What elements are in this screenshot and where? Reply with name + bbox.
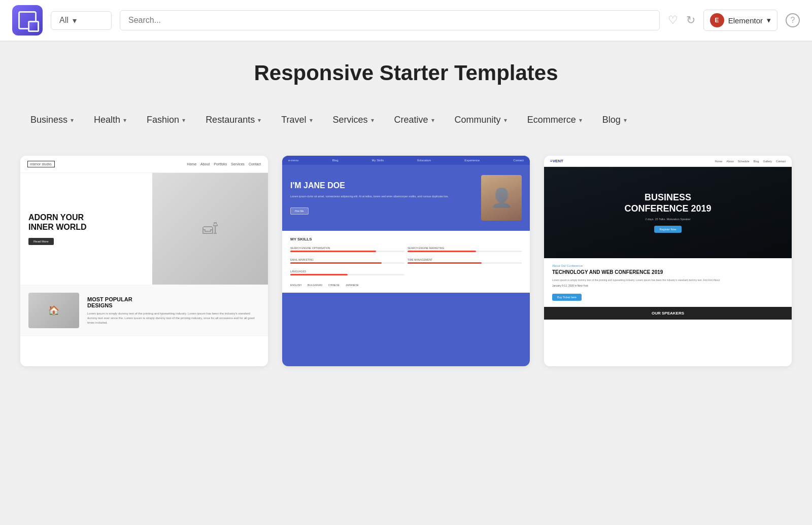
cv-hire-button: Hire Me	[290, 207, 309, 215]
event-conference-title: BUSINESS CONFERENCE 2019	[624, 192, 711, 214]
event-subtitle: 2 days. 15 Talks. Motivation Speaker	[645, 218, 690, 221]
filter-dropdown[interactable]: All ▾	[51, 11, 112, 30]
category-label: Blog	[602, 115, 621, 125]
template-preview-cv: e-menu Blog My Skills Education Experien…	[282, 156, 530, 366]
cv-skills-title: MY SKILLS	[290, 237, 522, 241]
category-item-travel[interactable]: Travel▾	[271, 110, 322, 131]
header: All ▾ ♡ ↻ E Elementor ▾ ?	[0, 0, 812, 41]
event-nav-bar: ≡VENT Home About Schedule Blog Gallery C…	[544, 156, 792, 167]
chevron-down-icon: ▾	[767, 16, 771, 25]
chevron-down-icon: ▾	[73, 16, 77, 25]
chevron-down-icon: ▾	[504, 117, 507, 124]
category-item-ecommerce[interactable]: Ecommerce▾	[517, 110, 592, 131]
chevron-down-icon: ▾	[371, 117, 374, 124]
header-icons: ♡ ↻ E Elementor ▾ ?	[668, 10, 800, 31]
category-label: Restaurants	[206, 115, 255, 125]
category-label: Business	[30, 115, 67, 125]
chevron-down-icon: ▾	[579, 117, 582, 124]
cv-skill-lang: LANGUAGES	[290, 270, 404, 275]
category-item-blog[interactable]: Blog▾	[592, 110, 637, 131]
cv-hero: I'M JANE DOE Lorem ipsum dolor sit amet,…	[282, 165, 530, 231]
cv-skills-grid: SEARCH ENGINE OPTIMISATION SEARCH ENGINE…	[290, 247, 522, 278]
category-item-community[interactable]: Community▾	[445, 110, 517, 131]
cv-name: I'M JANE DOE	[290, 181, 473, 190]
template-preview-interior: interior studio. Home About Portfolio Se…	[20, 156, 268, 366]
search-input[interactable]	[120, 10, 660, 30]
cv-description: Lorem ipsum dolor sit amet, consectetur …	[290, 194, 473, 199]
logo-icon	[18, 11, 37, 29]
event-about-title: TECHNOLOGY AND WEB CONFERENCE 2019	[552, 269, 784, 275]
category-item-restaurants[interactable]: Restaurants▾	[195, 110, 271, 131]
chevron-down-icon: ▾	[310, 117, 313, 124]
app-logo	[12, 5, 43, 36]
cv-skill-seo: SEARCH ENGINE OPTIMISATION	[290, 247, 404, 252]
cv-hero-text: I'M JANE DOE Lorem ipsum dolor sit amet,…	[290, 181, 473, 215]
template-preview-event: ≡VENT Home About Schedule Blog Gallery C…	[544, 156, 792, 366]
event-about-section: About Our Conference TECHNOLOGY AND WEB …	[544, 258, 792, 307]
templates-grid: interior studio. Home About Portfolio Se…	[20, 156, 792, 366]
event-about-label: About Our Conference	[552, 264, 784, 267]
interior-logo: interior studio.	[27, 161, 55, 167]
cv-skill-time: TIME MANAGEMENT	[408, 258, 522, 264]
category-navigation: Business▾Health▾Fashion▾Restaurants▾Trav…	[20, 110, 792, 131]
interior-popular-desc: Lorem ipsum is simply dummy text of the …	[87, 311, 260, 325]
help-icon[interactable]: ?	[786, 13, 800, 27]
cv-skill-sem: SEARCH ENGINE MARKETING	[408, 247, 522, 252]
event-date: January 5-11, 2020 in New York	[552, 284, 784, 287]
page-title: Responsive Starter Templates	[20, 61, 792, 85]
refresh-icon[interactable]: ↻	[686, 14, 695, 27]
filter-label: All	[59, 16, 69, 25]
elementor-icon: E	[710, 13, 724, 27]
main-content: Responsive Starter Templates Business▾He…	[0, 41, 812, 397]
category-item-health[interactable]: Health▾	[84, 110, 137, 131]
cv-skills-section: MY SKILLS SEARCH ENGINE OPTIMISATION SEA…	[282, 231, 530, 293]
interior-bottom-section: 🏠 MOST POPULAR DESIGNS Lorem ipsum is si…	[20, 285, 268, 336]
chevron-down-icon: ▾	[182, 117, 185, 124]
chevron-down-icon: ▾	[123, 117, 126, 124]
interior-cta-button: Read More	[28, 238, 54, 245]
interior-bottom-text: MOST POPULAR DESIGNS Lorem ipsum is simp…	[87, 296, 260, 325]
interior-nav-bar: interior studio. Home About Portfolio Se…	[20, 156, 268, 173]
category-label: Travel	[281, 115, 306, 125]
interior-hero: ADORN YOUR INNER WORLD Read More 🛋	[20, 173, 268, 285]
category-item-creative[interactable]: Creative▾	[384, 110, 445, 131]
event-about-text: Lorem ipsum is simply dummy text of the …	[552, 278, 784, 282]
interior-headline: ADORN YOUR INNER WORLD	[28, 213, 144, 232]
interior-hero-left: ADORN YOUR INNER WORLD Read More	[20, 173, 152, 285]
cv-photo-placeholder: 👤	[490, 187, 513, 208]
chevron-down-icon: ▾	[71, 117, 74, 124]
event-logo: ≡VENT	[550, 159, 563, 163]
interior-image: 🛋	[152, 173, 268, 285]
event-nav-items: Home About Schedule Blog Gallery Contact	[715, 160, 786, 163]
category-item-fashion[interactable]: Fashion▾	[137, 110, 195, 131]
interior-hero-right: 🛋	[152, 173, 268, 285]
cv-nav-bar: e-menu Blog My Skills Education Experien…	[282, 156, 530, 165]
cv-photo: 👤	[481, 175, 522, 221]
template-card-interior[interactable]: interior studio. Home About Portfolio Se…	[20, 156, 268, 366]
event-hero: BUSINESS CONFERENCE 2019 2 days. 15 Talk…	[544, 167, 792, 258]
category-item-services[interactable]: Services▾	[323, 110, 384, 131]
chevron-down-icon: ▾	[431, 117, 434, 124]
cv-skill-email: EMAIL MARKETING	[290, 258, 404, 264]
event-register-button: Register Now	[654, 226, 681, 233]
category-label: Services	[333, 115, 368, 125]
template-card-cv[interactable]: e-menu Blog My Skills Education Experien…	[282, 156, 530, 366]
cv-language-list: ENGLISH BULGARIAN CHINESE JAPANESE	[290, 284, 522, 287]
category-label: Health	[94, 115, 120, 125]
interior-bottom-image: 🏠	[28, 293, 79, 328]
event-ticket-button: Buy Ticket here	[552, 294, 582, 301]
interior-popular-title: MOST POPULAR DESIGNS	[87, 296, 260, 308]
interior-nav: Home About Portfolio Services Contact	[187, 162, 261, 166]
category-label: Community	[455, 115, 501, 125]
category-label: Creative	[394, 115, 428, 125]
event-speakers-bar: OUR SPEAKERS	[544, 307, 792, 320]
category-label: Ecommerce	[527, 115, 576, 125]
chevron-down-icon: ▾	[624, 117, 627, 124]
elementor-label: Elementor	[728, 16, 763, 25]
chevron-down-icon: ▾	[258, 117, 261, 124]
category-label: Fashion	[147, 115, 179, 125]
elementor-selector[interactable]: E Elementor ▾	[703, 10, 777, 31]
favorites-icon[interactable]: ♡	[668, 14, 678, 27]
category-item-business[interactable]: Business▾	[20, 110, 84, 131]
template-card-event[interactable]: ≡VENT Home About Schedule Blog Gallery C…	[544, 156, 792, 366]
